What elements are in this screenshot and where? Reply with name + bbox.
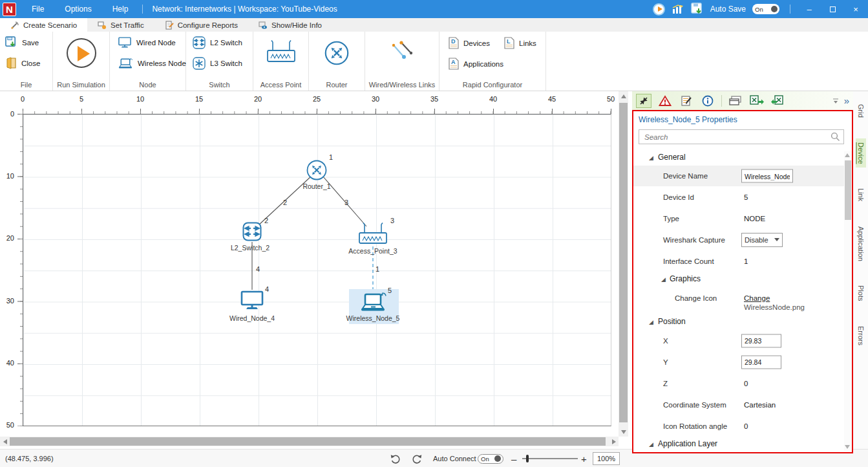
info-tool[interactable]	[700, 94, 715, 108]
wireshark-capture-select[interactable]: Disable	[741, 233, 783, 247]
side-tab-application[interactable]: Application	[856, 223, 866, 265]
device-router-1[interactable]	[306, 160, 327, 183]
select-collapse-tool[interactable]	[636, 94, 651, 108]
search-input[interactable]	[639, 129, 844, 144]
scroll-down-button[interactable]	[843, 443, 851, 451]
tab-create-scenario[interactable]: Create Scenario	[0, 18, 87, 32]
wired-node-button[interactable]: Wired Node	[118, 37, 176, 48]
notes-tool[interactable]	[679, 94, 694, 108]
undo-button[interactable]	[389, 450, 401, 467]
quick-save-icon[interactable]	[691, 3, 704, 16]
properties-scrollbar[interactable]	[844, 151, 852, 451]
device-wired-node-4[interactable]	[240, 290, 264, 312]
row-wireshark-capture: Wireshark Capture Disable	[633, 229, 852, 250]
titlebar-separator	[790, 5, 790, 14]
device-l2-switch-2[interactable]	[242, 222, 262, 244]
import-from-excel-tool[interactable]	[770, 94, 786, 108]
wired-node-icon	[118, 37, 132, 48]
tab-configure-reports[interactable]: Configure Reports	[154, 18, 248, 32]
wireless-node-icon	[359, 292, 386, 312]
ribbon-group-run: Run Simulation	[53, 32, 110, 91]
scroll-up-button[interactable]	[843, 151, 851, 159]
close-button[interactable]: ×	[847, 0, 864, 18]
device-label: Access_Point_3	[341, 247, 405, 255]
run-simulation-button[interactable]	[67, 38, 96, 68]
topology-links[interactable]	[0, 91, 619, 437]
section-graphics[interactable]: ◢ Graphics	[633, 272, 852, 287]
minimize-button[interactable]: –	[801, 0, 818, 18]
hscroll-thumb[interactable]	[10, 437, 606, 446]
side-tab-link[interactable]: Link	[856, 184, 866, 205]
section-general[interactable]: ◢ General	[633, 150, 852, 166]
workspace-context-label: Network: Internetworks | Workspace: YouT…	[152, 5, 337, 14]
pscroll-thumb[interactable]	[845, 160, 851, 220]
wireless-node-icon	[118, 58, 133, 69]
tab-set-traffic[interactable]: Set Traffic	[87, 18, 154, 32]
device-id-badge: 1	[329, 153, 333, 161]
menu-file[interactable]: File	[21, 0, 54, 18]
menu-help[interactable]: Help	[102, 0, 139, 18]
auto-save-state: On	[755, 6, 763, 13]
wireless-node-button[interactable]: Wireless Node	[118, 58, 186, 69]
netsim-window: N File Options Help Network: Internetwor…	[0, 0, 868, 467]
device-access-point-3[interactable]	[357, 222, 388, 248]
create-scenario-icon	[10, 21, 19, 30]
scroll-down-button[interactable]	[619, 427, 628, 437]
l2-switch-button[interactable]: L2 Switch	[193, 36, 242, 49]
app-logo: N	[3, 3, 16, 16]
tab-show-hide-info[interactable]: Show/Hide Info	[248, 18, 332, 32]
rapid-applications-button[interactable]: A Applications	[449, 58, 503, 70]
rapid-links-label: Links	[519, 39, 536, 47]
vscroll-thumb[interactable]	[619, 103, 628, 422]
field-value: 5	[744, 193, 748, 201]
device-label: Wired_Node_4	[226, 314, 278, 322]
menu-options[interactable]: Options	[54, 0, 101, 18]
y-input[interactable]	[741, 355, 781, 369]
save-button[interactable]: Save	[5, 36, 39, 49]
warnings-tool[interactable]	[657, 94, 673, 108]
x-input[interactable]	[741, 334, 781, 347]
cascade-windows-tool[interactable]	[728, 94, 743, 108]
set-traffic-icon	[98, 21, 107, 30]
l3-switch-button[interactable]: L3 Switch	[193, 57, 242, 70]
run-simulation-quick-icon[interactable]	[653, 3, 665, 16]
rapid-applications-label: Applications	[463, 60, 503, 68]
access-point-button[interactable]	[266, 38, 297, 67]
results-chart-icon[interactable]	[672, 3, 684, 15]
restore-button[interactable]	[824, 0, 841, 18]
zoom-slider-thumb[interactable]	[526, 455, 529, 462]
wired-wireless-links-button[interactable]	[389, 39, 415, 68]
zoom-slider-track[interactable]	[522, 458, 578, 459]
zoom-out-button[interactable]: –	[511, 450, 516, 467]
side-tab-plots[interactable]: Plots	[856, 281, 866, 305]
expand-toolbar-icon[interactable]: »	[844, 95, 849, 106]
close-button[interactable]: Close	[5, 57, 40, 69]
side-tab-grid[interactable]: Grid	[856, 100, 866, 122]
auto-save-toggle[interactable]: On	[752, 4, 779, 14]
zoom-level-value[interactable]: 100%	[593, 452, 620, 465]
change-icon-link[interactable]: Change	[744, 294, 770, 302]
router-button[interactable]	[324, 41, 349, 68]
auto-connect-toggle[interactable]: On	[478, 454, 503, 464]
device-wireless-node-5[interactable]	[359, 292, 386, 315]
pin-toolbar-icon[interactable]	[832, 98, 839, 104]
scroll-right-button[interactable]	[609, 437, 619, 446]
canvas-vertical-scrollbar[interactable]	[619, 91, 628, 437]
rapid-links-button[interactable]: L Links	[504, 37, 536, 49]
ribbon-group-switch: L2 Switch L3 Switch Switch	[186, 32, 253, 91]
export-to-excel-tool[interactable]	[749, 94, 765, 108]
device-label: Wireless_Node_5	[341, 314, 405, 322]
section-application-layer[interactable]: ◢ Application Layer	[633, 437, 852, 452]
section-position[interactable]: ◢ Position	[633, 314, 852, 330]
rapid-devices-button[interactable]: D Devices	[449, 37, 490, 49]
network-canvas[interactable]: 0 5 10 15 20 25 30 35 40 45 50 0 10 20 3…	[0, 91, 619, 437]
device-name-input[interactable]	[741, 169, 793, 183]
redo-button[interactable]	[411, 450, 423, 467]
scroll-left-button[interactable]	[0, 437, 10, 446]
side-tab-errors[interactable]: Errors	[856, 322, 866, 349]
zoom-in-button[interactable]: +	[581, 450, 587, 467]
canvas-horizontal-scrollbar[interactable]	[0, 437, 619, 446]
scroll-up-button[interactable]	[619, 91, 628, 101]
side-tab-device[interactable]: Device	[856, 138, 866, 168]
close-scenario-icon	[5, 57, 17, 69]
